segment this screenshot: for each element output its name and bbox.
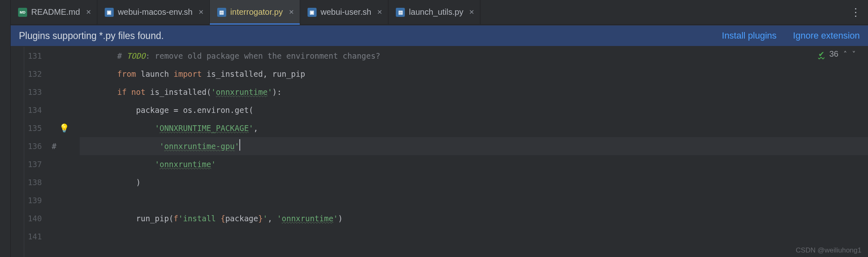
line-number: 140 bbox=[11, 209, 42, 227]
shell-icon bbox=[105, 8, 114, 17]
line-number: 135 bbox=[11, 119, 42, 137]
install-plugins-link[interactable]: Install plugins bbox=[722, 30, 776, 41]
chevron-up-icon[interactable]: ˄ bbox=[843, 50, 847, 59]
code-line: 'ONNXRUNTIME_PACKAGE', bbox=[80, 119, 868, 137]
close-icon[interactable]: ✕ bbox=[469, 8, 474, 16]
line-number-gutter: 131 132 133 134 135 136 137 138 139 140 … bbox=[11, 47, 52, 257]
tab-label: launch_utils.py bbox=[409, 7, 463, 17]
tab-webui-user[interactable]: webui-user.sh ✕ bbox=[300, 0, 388, 24]
code-area[interactable]: # TODO: remove old package when the envi… bbox=[80, 47, 868, 257]
line-number: 136 bbox=[11, 137, 42, 155]
code-line: run_pip(f'install {package}', 'onnxrunti… bbox=[80, 209, 868, 227]
code-editor[interactable]: 131 132 133 134 135 136 137 138 139 140 … bbox=[11, 47, 868, 257]
code-line: 'onnxruntime' bbox=[80, 155, 868, 173]
close-icon[interactable]: ✕ bbox=[86, 8, 91, 16]
chevron-down-icon[interactable]: ˅ bbox=[852, 50, 856, 59]
line-number: 133 bbox=[11, 83, 42, 101]
tab-launch-utils[interactable]: launch_utils.py ✕ bbox=[388, 0, 480, 24]
problem-count: 36 bbox=[829, 49, 838, 59]
editor-tabs: README.md ✕ webui-macos-env.sh ✕ interro… bbox=[11, 0, 868, 25]
line-number: 139 bbox=[11, 191, 42, 209]
close-icon[interactable]: ✕ bbox=[289, 8, 294, 16]
lightbulb-icon[interactable]: 💡 bbox=[59, 119, 69, 137]
line-number: 134 bbox=[11, 101, 42, 119]
code-line-current: 'onnxruntime-gpu' bbox=[80, 137, 868, 155]
close-icon[interactable]: ✕ bbox=[377, 8, 382, 16]
ignore-extension-link[interactable]: Ignore extension bbox=[793, 30, 860, 41]
shell-icon bbox=[308, 8, 317, 17]
inspection-widget[interactable]: ✔ 36 ˄ ˅ bbox=[818, 49, 856, 59]
tab-label: README.md bbox=[31, 7, 80, 17]
tab-webui-macos-env[interactable]: webui-macos-env.sh ✕ bbox=[97, 0, 210, 24]
line-number: 141 bbox=[11, 227, 42, 246]
line-number: 138 bbox=[11, 173, 42, 191]
tab-label: interrogator.py bbox=[230, 7, 283, 17]
comment-marker: # bbox=[52, 137, 56, 155]
check-icon: ✔ bbox=[818, 50, 824, 59]
markdown-icon bbox=[18, 8, 27, 17]
tab-label: webui-macos-env.sh bbox=[118, 7, 193, 17]
line-number: 131 bbox=[11, 47, 42, 65]
tabs-overflow-menu[interactable]: ⋮ bbox=[843, 0, 868, 24]
code-line: from launch import is_installed, run_pip bbox=[80, 65, 868, 83]
code-line: # TODO: remove old package when the envi… bbox=[80, 47, 868, 65]
code-line bbox=[80, 227, 868, 246]
code-line: package = os.environ.get( bbox=[80, 101, 868, 119]
line-number: 132 bbox=[11, 65, 42, 83]
close-icon[interactable]: ✕ bbox=[198, 8, 204, 16]
line-number: 137 bbox=[11, 155, 42, 173]
code-line: ) bbox=[80, 173, 868, 191]
tab-interrogator[interactable]: interrogator.py ✕ bbox=[210, 0, 300, 24]
python-icon bbox=[217, 8, 226, 17]
text-caret bbox=[239, 139, 240, 151]
code-line: if not is_installed('onnxruntime'): bbox=[80, 83, 868, 101]
tab-label: webui-user.sh bbox=[321, 7, 371, 17]
watermark: CSDN @weiliuhong1 bbox=[796, 246, 861, 255]
python-icon bbox=[396, 8, 405, 17]
gutter-annotations: 💡 # bbox=[52, 47, 80, 257]
tab-readme[interactable]: README.md ✕ bbox=[11, 0, 97, 24]
left-tool-strip bbox=[0, 0, 11, 257]
plugin-notification-banner: Plugins supporting *.py files found. Ins… bbox=[11, 25, 868, 46]
code-line bbox=[80, 191, 868, 209]
banner-message: Plugins supporting *.py files found. bbox=[19, 30, 164, 41]
